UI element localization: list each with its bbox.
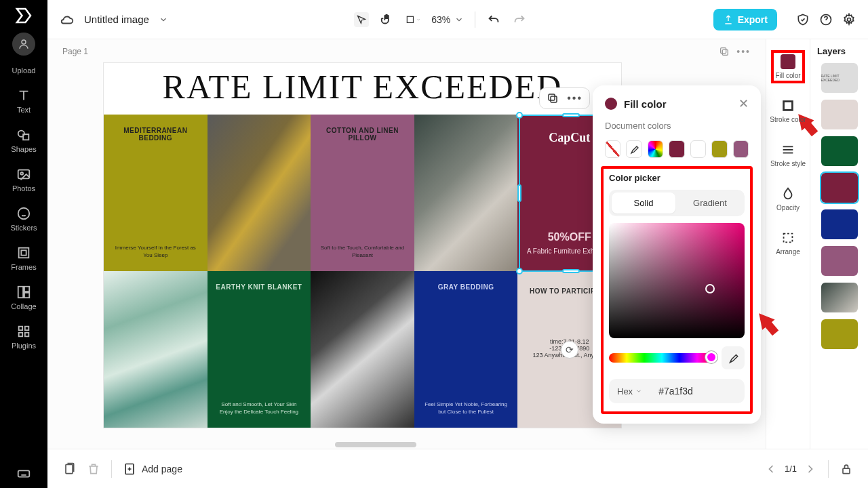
layer-thumb-2[interactable]: [821, 100, 858, 129]
tile-cotton-pillow[interactable]: COTTON AND LINEN PILLOW Soft to the Touc…: [311, 115, 414, 271]
topbar: Untitled image 63% Export: [47, 0, 868, 39]
prop-stroke-color[interactable]: Stroke color: [767, 96, 808, 126]
svg-point-5: [18, 208, 30, 220]
color-mode-select[interactable]: Hex: [617, 386, 642, 396]
swatch-none[interactable]: [605, 140, 620, 158]
prop-stroke-style[interactable]: Stroke style: [768, 140, 808, 170]
context-toolbar: •••: [539, 87, 590, 109]
prop-opacity[interactable]: Opacity: [774, 184, 802, 214]
rail-plugins[interactable]: Plugins: [0, 317, 47, 357]
layer-thumb-3[interactable]: [821, 136, 858, 166]
divider: [475, 12, 475, 28]
svg-rect-21: [551, 96, 557, 102]
tile-earthy-blanket[interactable]: EARTHY KNIT BLANKET Soft and Smooth, Let…: [208, 271, 311, 428]
swatch-rainbow[interactable]: [648, 140, 663, 158]
svg-rect-12: [25, 327, 29, 331]
help-icon[interactable]: [819, 13, 833, 26]
trash-icon[interactable]: [87, 462, 100, 476]
hue-cursor[interactable]: [705, 351, 717, 363]
canvas-grid: MEDITERRANEAN BEDDING Immerse Yourself i…: [104, 115, 621, 428]
layers-panel: Layers RATE LIMIT EXCEEDED: [810, 39, 868, 449]
saturation-value-box[interactable]: [609, 223, 745, 338]
shield-icon[interactable]: [796, 13, 810, 26]
svg-rect-11: [19, 327, 23, 331]
select-tool[interactable]: [354, 12, 369, 27]
layers-title: Layers: [814, 46, 846, 56]
rail-text[interactable]: Text: [0, 81, 47, 121]
tile-photo-3[interactable]: [104, 271, 208, 428]
tile-photo-2[interactable]: [414, 115, 518, 271]
duplicate-page-icon[interactable]: [719, 46, 730, 57]
chevron-down-icon[interactable]: [159, 15, 168, 24]
swatch-4[interactable]: [733, 140, 749, 158]
hex-input-row[interactable]: Hex #7a1f3d: [609, 379, 745, 403]
lock-icon[interactable]: [840, 462, 853, 476]
tile-med-bedding[interactable]: MEDITERRANEAN BEDDING Immerse Yourself i…: [104, 115, 208, 271]
rail-frames[interactable]: Frames: [0, 239, 47, 278]
svg-rect-25: [66, 464, 73, 473]
rotate-handle[interactable]: ⟳: [561, 341, 578, 359]
user-avatar[interactable]: [12, 33, 35, 56]
close-icon[interactable]: ✕: [738, 96, 749, 111]
redo-button[interactable]: [512, 12, 527, 27]
sv-cursor[interactable]: [705, 284, 715, 293]
rail-stickers[interactable]: Stickers: [0, 199, 47, 239]
hue-slider[interactable]: [609, 353, 715, 363]
svg-rect-8: [18, 287, 23, 298]
svg-rect-10: [24, 293, 29, 298]
color-picker-panel: Color picker Solid Gradient Hex #7a1f3d: [601, 166, 753, 414]
bottom-bar: Add page 1/1: [47, 449, 868, 488]
export-button[interactable]: Export: [713, 9, 777, 30]
more-icon[interactable]: •••: [567, 92, 583, 104]
swatch-2[interactable]: [690, 140, 706, 158]
cloud-icon[interactable]: [60, 12, 75, 27]
pages-icon[interactable]: [62, 462, 76, 476]
horizontal-scrollbar[interactable]: [335, 442, 416, 447]
prop-arrange[interactable]: Arrange: [773, 228, 803, 258]
layer-thumb-1[interactable]: RATE LIMIT EXCEEDED: [821, 63, 858, 93]
add-page-button[interactable]: Add page: [123, 462, 182, 476]
rail-collage[interactable]: Collage: [0, 278, 47, 317]
canvas[interactable]: RATE LIMIT EXCEEDED ••• MEDITERRANEAN BE…: [103, 62, 622, 428]
tile-photo-1[interactable]: [208, 115, 311, 271]
svg-rect-19: [723, 49, 728, 55]
swatch-eyedropper[interactable]: [626, 140, 642, 158]
tile-gray-bedding[interactable]: GRAY BEDDING Feel Simple Yet Noble, Forb…: [414, 271, 518, 428]
svg-rect-23: [784, 102, 793, 110]
swatch-1[interactable]: [669, 140, 684, 158]
current-color-dot: [605, 98, 617, 110]
hand-tool[interactable]: [380, 12, 395, 27]
zoom-level[interactable]: 63%: [431, 14, 464, 25]
tab-solid[interactable]: Solid: [612, 192, 675, 214]
prop-fill-color[interactable]: Fill color: [772, 52, 803, 82]
page-more-icon[interactable]: •••: [736, 46, 751, 57]
swatch-3[interactable]: [711, 140, 727, 158]
rail-upload[interactable]: Upload: [0, 60, 47, 81]
next-page-icon[interactable]: [804, 462, 817, 476]
rail-photos[interactable]: Photos: [0, 160, 47, 199]
prev-page-icon[interactable]: [764, 462, 778, 476]
layer-thumb-5[interactable]: [821, 209, 858, 239]
layer-thumb-7[interactable]: [821, 283, 858, 312]
resize-tool[interactable]: [406, 12, 420, 27]
eyedropper-button[interactable]: [722, 346, 745, 369]
rail-shapes[interactable]: Shapes: [0, 121, 47, 160]
app-logo[interactable]: [14, 5, 34, 26]
hex-value[interactable]: #7a1f3d: [658, 386, 693, 396]
rail-keyboard[interactable]: [0, 460, 47, 488]
svg-point-0: [22, 40, 26, 44]
undo-button[interactable]: [486, 12, 501, 27]
svg-rect-7: [21, 250, 26, 255]
layer-thumb-6[interactable]: [821, 246, 858, 276]
layer-thumb-8[interactable]: [821, 319, 858, 349]
doc-colors-label: Document colors: [605, 121, 749, 131]
tab-gradient[interactable]: Gradient: [678, 192, 742, 214]
svg-rect-24: [784, 234, 793, 243]
copy-icon[interactable]: [547, 92, 559, 104]
settings-icon[interactable]: [842, 13, 856, 26]
layer-thumb-4[interactable]: [821, 173, 858, 203]
tile-photo-4[interactable]: [311, 271, 414, 428]
svg-rect-20: [721, 48, 726, 54]
doc-title[interactable]: Untitled image: [84, 14, 149, 25]
popover-title: Fill color: [624, 98, 667, 110]
